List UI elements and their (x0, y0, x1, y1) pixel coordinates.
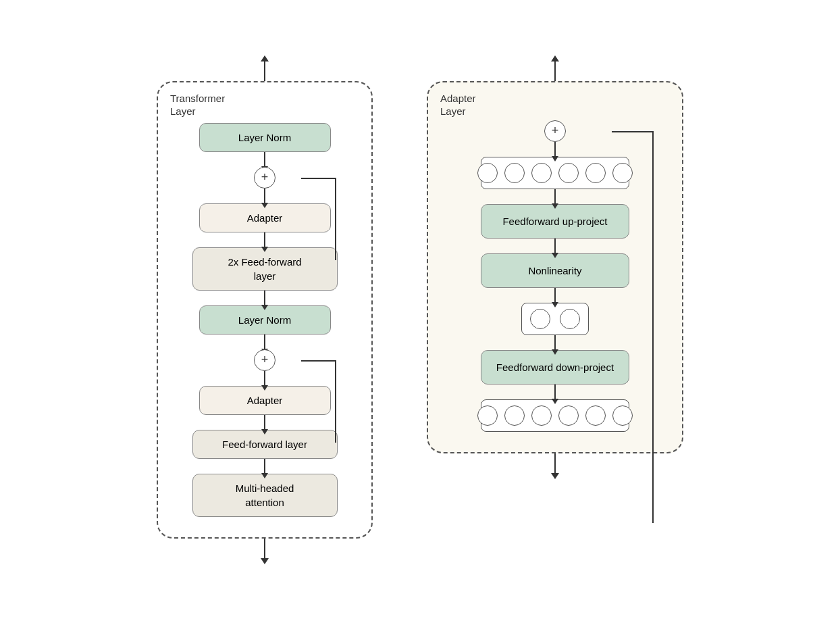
arrow-circles-mid-to-ff-down (554, 335, 556, 350)
plus-top: + (254, 167, 275, 189)
adapter-bypass-horiz (612, 131, 654, 132)
transformer-label: Transformer Layer (170, 92, 225, 118)
main-container: Transformer Layer Layer Norm + (143, 47, 697, 572)
adapter-plus-row: + (444, 120, 666, 142)
circle-top-2 (504, 163, 525, 183)
circle-bot-3 (531, 405, 552, 426)
arrow-plus-bot-to-adapter-bot (264, 371, 265, 386)
circles-top-row (481, 157, 629, 189)
circle-top-5 (585, 163, 606, 183)
circle-top-4 (558, 163, 579, 183)
arrow-plus-top-to-adapter-top (264, 189, 265, 203)
circle-bot-4 (558, 405, 579, 426)
circle-mid-1 (530, 309, 550, 329)
arrow-plus-to-circles-top (554, 142, 556, 157)
arrow-ff-to-ln-bot (264, 291, 265, 305)
layer-norm-top: Layer Norm (199, 123, 331, 152)
arrow-adapter-top-to-ff (264, 232, 265, 247)
circle-top-6 (612, 163, 633, 183)
adapter-diagram: Adapter Layer + (427, 61, 683, 474)
feedforward-down-project: Feedforward down-project (481, 350, 629, 385)
arrow-ln-bot-to-plus-bot (264, 335, 265, 349)
circle-bot-2 (504, 405, 525, 426)
feedforward-up-project: Feedforward up-project (481, 204, 629, 239)
circle-bot-5 (585, 405, 606, 426)
bypass-horiz-bottom (301, 360, 336, 362)
circles-bottom-row (481, 399, 629, 432)
multi-head-attention: Multi-headed attention (192, 474, 338, 517)
circle-top-1 (477, 163, 498, 183)
arrow-nonlin-to-circles-mid (554, 288, 556, 303)
feed-forward-2x: 2x Feed-forward layer (192, 247, 338, 291)
circles-middle-row (521, 303, 589, 335)
transformer-diagram: Transformer Layer Layer Norm + (157, 61, 373, 559)
arrow-ff-up-to-nonlin (554, 239, 556, 253)
circle-top-3 (531, 163, 552, 183)
adapter-bypass-right (652, 131, 654, 523)
arrow-circles-top-to-ff-up (554, 189, 556, 204)
bypass-horiz-top (301, 178, 336, 179)
bypass-right-top (335, 178, 336, 260)
circle-bot-6 (612, 405, 633, 426)
adapter-plus: + (544, 120, 566, 142)
arrow-ff-to-mha (264, 459, 265, 474)
plus-top-row: + (174, 167, 355, 189)
adapter-label: Adapter Layer (440, 92, 476, 118)
adapter-layer-box: Adapter Layer + (427, 81, 683, 453)
nonlinearity: Nonlinearity (481, 253, 629, 288)
bypass-right-bottom (335, 360, 336, 443)
arrow-ff-down-to-circles-bot (554, 385, 556, 399)
circle-mid-2 (560, 309, 580, 329)
arrow-adapter-bot-to-ff (264, 415, 265, 430)
arrow-ln-top-to-plus-top (264, 152, 265, 167)
plus-bottom: + (254, 349, 275, 371)
circle-bot-1 (477, 405, 498, 426)
transformer-layer-box: Transformer Layer Layer Norm + (157, 81, 373, 539)
plus-bottom-row: + (174, 349, 355, 371)
